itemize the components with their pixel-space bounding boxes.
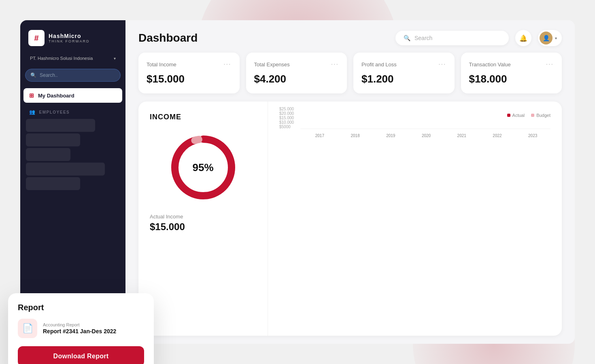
income-title: INCOME <box>150 113 181 121</box>
notification-button[interactable]: 🔔 <box>515 30 531 46</box>
stat-card-header: Transaction Value ··· <box>469 61 554 68</box>
stat-value: $15.000 <box>147 73 232 85</box>
actual-income-label: Actual Income <box>150 214 183 220</box>
report-file-icon: 📄 <box>18 319 37 338</box>
stat-card-header: Total Expenses ··· <box>254 61 339 68</box>
stat-card-header: Total Income ··· <box>147 61 232 68</box>
stat-more-button[interactable]: ··· <box>546 61 554 68</box>
header-right: 🔍 🔔 👤 ▾ <box>395 30 562 46</box>
report-item: 📄 Accounting Report Report #2341 Jan-Des… <box>18 319 144 338</box>
stat-card-0: Total Income ··· $15.000 <box>138 53 240 93</box>
stat-label: Profit and Loss <box>361 61 397 68</box>
y-axis-label: $20.000 <box>279 111 294 116</box>
main-search-bar[interactable]: 🔍 <box>395 31 509 45</box>
stat-card-1: Total Expenses ··· $4.200 <box>246 53 347 93</box>
stat-more-button[interactable]: ··· <box>223 61 231 68</box>
chevron-down-icon: ▾ <box>114 56 116 61</box>
sidebar-search-input[interactable] <box>40 72 115 78</box>
nav-placeholder-3[interactable] <box>26 148 70 161</box>
income-right-panel: Actual Budget $5000$10.000$15.000$20.000… <box>268 102 562 336</box>
avatar-button[interactable]: 👤 ▾ <box>538 30 562 46</box>
bar-chart: $5000$10.000$15.000$20.000$25.0002017201… <box>279 113 550 141</box>
stat-value: $1.200 <box>361 73 446 85</box>
stat-more-button[interactable]: ··· <box>438 61 446 68</box>
dashboard-icon: ⊞ <box>29 92 34 99</box>
stat-value: $4.200 <box>254 73 339 85</box>
y-axis-label: $15.000 <box>279 116 294 120</box>
employees-label: EMPLOYEES <box>39 110 70 114</box>
x-axis-label: 2021 <box>444 133 480 138</box>
nav-placeholder-2[interactable] <box>26 133 80 146</box>
report-info: Accounting Report Report #2341 Jan-Des 2… <box>43 322 116 334</box>
stat-label: Total Income <box>147 61 176 68</box>
logo-area: # HashMicro THINK FORWARD <box>20 20 125 53</box>
nav-placeholder-1[interactable] <box>26 119 95 132</box>
sidebar-search-icon: 🔍 <box>30 72 36 78</box>
stat-label: Total Expenses <box>254 61 290 68</box>
report-name: Report #2341 Jan-Des 2022 <box>43 328 116 334</box>
nav-placeholder-4[interactable] <box>26 163 105 176</box>
main-search-input[interactable] <box>414 35 501 41</box>
y-axis-label: $25.000 <box>279 107 294 111</box>
avatar-chevron-icon: ▾ <box>555 36 557 40</box>
income-section: INCOME 95% Actual Income $15.0 <box>138 102 562 336</box>
x-axis-labels: 2017201820192020202120222023 <box>302 133 550 138</box>
x-axis-label: 2022 <box>480 133 515 138</box>
x-axis-label: 2020 <box>408 133 444 138</box>
stat-card-2: Profit and Loss ··· $1.200 <box>353 53 455 93</box>
report-card-title: Report <box>18 303 144 312</box>
logo-text: HashMicro THINK FORWARD <box>49 33 90 43</box>
y-axis-label: $10.000 <box>279 120 294 125</box>
dashboard-label: My Dashboard <box>38 93 74 99</box>
nav-placeholder-5[interactable] <box>26 177 80 190</box>
main-search-icon: 🔍 <box>404 35 410 41</box>
main-content: Dashboard 🔍 🔔 👤 ▾ Total Income ··· <box>125 20 575 344</box>
download-report-button[interactable]: Download Report <box>18 346 144 364</box>
y-axis-label: $5000 <box>279 125 294 129</box>
header: Dashboard 🔍 🔔 👤 ▾ <box>125 20 575 53</box>
donut-center: 95% <box>192 161 213 174</box>
donut-percent: 95% <box>192 161 213 174</box>
x-axis-label: 2019 <box>373 133 408 138</box>
x-axis-label: 2018 <box>338 133 373 138</box>
logo-icon: # <box>28 30 45 46</box>
employees-icon: 👥 <box>29 109 36 115</box>
sidebar-search-box[interactable]: 🔍 <box>25 69 121 82</box>
logo-main-text: HashMicro <box>49 33 90 39</box>
stat-card-header: Profit and Loss ··· <box>361 61 446 68</box>
x-axis-label: 2017 <box>302 133 338 138</box>
stat-value: $18.000 <box>469 73 554 85</box>
avatar: 👤 <box>540 32 552 44</box>
report-type: Accounting Report <box>43 322 116 327</box>
logo-sub-text: THINK FORWARD <box>49 39 90 43</box>
company-name: PT. Hashmicro Solusi Indonesia <box>30 56 93 61</box>
actual-income-value: $15.000 <box>150 221 185 233</box>
employees-section-label: 👥 EMPLOYEES <box>23 104 122 117</box>
stat-label: Transaction Value <box>469 61 511 68</box>
report-card: Report 📄 Accounting Report Report #2341 … <box>8 293 154 364</box>
sidebar-item-dashboard[interactable]: ⊞ My Dashboard <box>23 88 122 103</box>
stat-card-3: Transaction Value ··· $18.000 <box>461 53 562 93</box>
donut-chart: 95% <box>167 131 240 204</box>
page-title: Dashboard <box>138 32 198 44</box>
company-selector[interactable]: PT. Hashmicro Solusi Indonesia ▾ <box>25 53 121 64</box>
income-left-panel: INCOME 95% Actual Income $15.0 <box>138 102 268 336</box>
x-axis-label: 2023 <box>515 133 550 138</box>
stat-more-button[interactable]: ··· <box>331 61 339 68</box>
stats-row: Total Income ··· $15.000 Total Expenses … <box>125 53 575 102</box>
